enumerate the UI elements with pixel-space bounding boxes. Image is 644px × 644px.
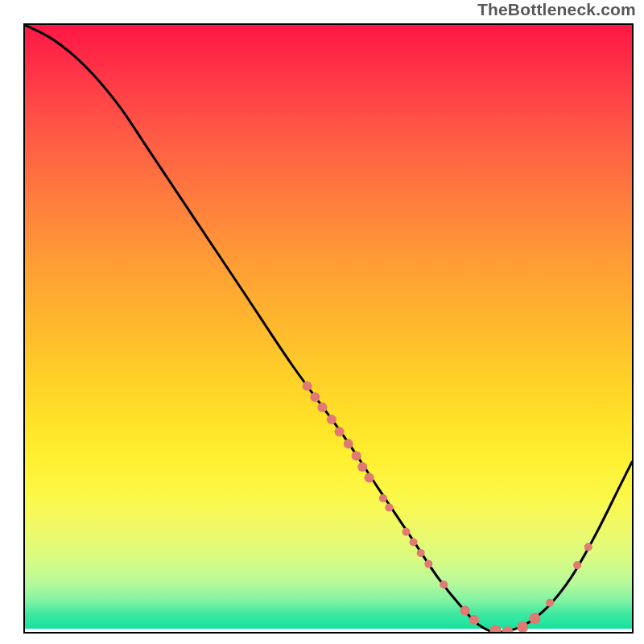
highlight-dot [573, 561, 581, 569]
highlight-dot [410, 538, 418, 546]
highlight-dot [303, 382, 312, 391]
plot-area [23, 23, 634, 634]
highlight-dot [327, 415, 336, 424]
highlight-dot [352, 451, 361, 460]
highlight-dot [584, 543, 592, 551]
highlight-dot [335, 427, 345, 436]
highlight-dot [357, 462, 367, 472]
highlight-dot [440, 580, 448, 588]
highlight-dot [385, 503, 393, 511]
bottleneck-curve [25, 25, 632, 632]
highlight-dot [417, 549, 425, 557]
highlight-dot [317, 402, 327, 412]
highlight-dot [529, 613, 540, 624]
highlight-dot [502, 626, 513, 632]
highlight-dot [365, 473, 374, 482]
highlight-dot [402, 528, 411, 536]
highlight-dot [344, 439, 353, 448]
highlight-dot [489, 625, 501, 632]
highlight-dot [469, 615, 479, 625]
highlight-markers [303, 382, 592, 632]
chart-container: TheBottleneck.com [0, 0, 644, 644]
highlight-dot [546, 599, 554, 607]
highlight-dot [379, 494, 387, 502]
figure [6, 6, 638, 638]
highlight-dot [310, 392, 320, 402]
curve-layer [25, 25, 632, 632]
highlight-dot [424, 560, 432, 568]
highlight-dot [460, 606, 470, 616]
